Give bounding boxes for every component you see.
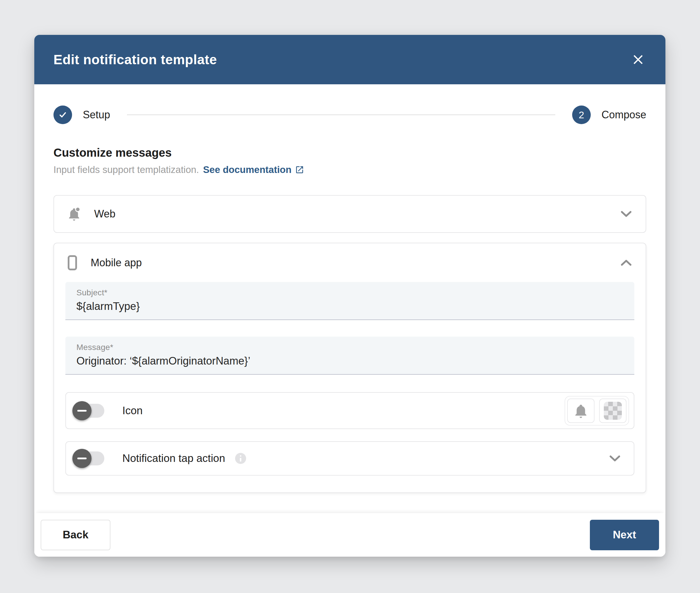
back-button[interactable]: Back (41, 520, 111, 550)
tap-action-label: Notification tap action (122, 452, 225, 465)
edit-notification-template-dialog: Edit notification template Setup (34, 35, 665, 557)
image-icon-choice-button[interactable] (599, 399, 626, 423)
dialog-footer: Back Next (34, 513, 665, 557)
toggle-knob (72, 401, 91, 420)
step-compose-number: 2 (579, 109, 584, 121)
step-compose-label: Compose (602, 109, 646, 121)
section-title: Customize messages (53, 146, 646, 159)
check-icon (58, 110, 68, 119)
icon-toggle-label: Icon (122, 405, 143, 417)
icon-toggle-switch[interactable] (75, 404, 104, 418)
see-documentation-label: See documentation (203, 164, 291, 175)
step-setup-label: Setup (83, 109, 110, 121)
icon-toggle-row: Icon (66, 392, 634, 429)
message-field[interactable]: Message* Originator: ‘${alarmOriginatorN… (66, 337, 634, 375)
channel-mobile-label: Mobile app (91, 257, 142, 269)
open-in-new-icon (295, 165, 304, 174)
tap-action-row: Notification tap action (66, 441, 634, 476)
stepper-connector (127, 115, 555, 115)
chevron-up-icon[interactable] (620, 259, 632, 267)
transparent-image-preview (604, 402, 622, 420)
icon-choice-group (565, 396, 629, 426)
channel-mobile-header[interactable]: Mobile app (66, 243, 634, 282)
web-notification-bell-icon (68, 207, 81, 221)
subject-label: Subject* (76, 288, 623, 298)
step-compose-circle[interactable]: 2 (572, 106, 591, 124)
smartphone-icon (68, 255, 77, 271)
subject-field[interactable]: Subject* ${alarmType} (66, 282, 634, 320)
channel-web-panel[interactable]: Web (53, 195, 646, 233)
subject-input[interactable]: ${alarmType} (76, 300, 623, 313)
channel-web-label: Web (94, 208, 115, 220)
message-input[interactable]: Originator: ‘${alarmOriginatorName}’ (76, 355, 623, 367)
chevron-down-icon[interactable] (620, 210, 632, 218)
section-subtitle-row: Input fields support templatization. See… (53, 164, 646, 175)
dialog-header: Edit notification template (34, 35, 665, 84)
dialog-title: Edit notification template (53, 52, 217, 68)
see-documentation-link[interactable]: See documentation (203, 164, 304, 175)
message-label: Message* (76, 343, 623, 352)
bell-icon-choice-button[interactable] (567, 399, 594, 423)
channel-mobile-panel: Mobile app Subject* ${alarmType} Message… (53, 243, 646, 493)
stepper: Setup 2 Compose (53, 106, 646, 124)
close-button[interactable] (629, 51, 647, 68)
notification-bell-icon (574, 403, 588, 419)
step-setup-circle[interactable] (53, 106, 72, 124)
close-icon (632, 53, 645, 66)
toggle-knob (72, 449, 91, 468)
dialog-body: Setup 2 Compose Customize messages Input… (34, 84, 665, 513)
next-button[interactable]: Next (590, 520, 659, 550)
section-subtitle: Input fields support templatization. (53, 164, 199, 175)
chevron-down-icon[interactable] (609, 454, 621, 462)
info-icon[interactable] (235, 453, 246, 464)
tap-action-toggle-switch[interactable] (75, 451, 104, 465)
